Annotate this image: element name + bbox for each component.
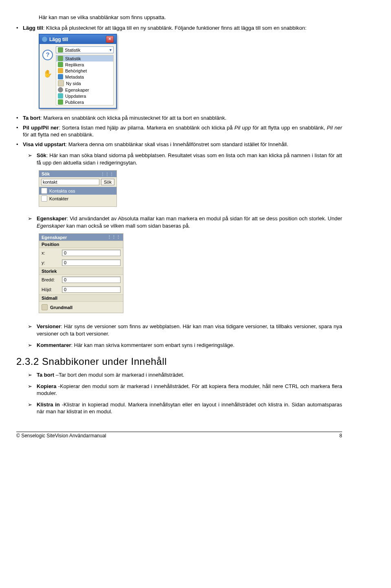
height-label: Höjd: — [42, 287, 59, 292]
list-item[interactable]: Replikera — [56, 61, 113, 68]
width-label: Bredd: — [42, 277, 59, 282]
page-footer: © Senselogic SiteVision Användarmanual 8 — [16, 432, 342, 439]
egen-label: Egenskaper — [37, 215, 67, 222]
stat-icon — [58, 56, 63, 61]
list-item[interactable]: Egenskaper — [56, 87, 113, 93]
y-field[interactable]: 0 — [62, 259, 121, 266]
pil-label: Pil upp/Pil ner — [23, 125, 59, 131]
x-field[interactable]: 0 — [62, 250, 121, 256]
refresh-icon — [58, 93, 63, 99]
visa-text: : Markera denna om snabblänkar skall vis… — [66, 141, 288, 147]
type-select[interactable]: Statistik ▼ — [56, 46, 114, 53]
height-field[interactable]: 0 — [62, 286, 121, 293]
properties-panel: Egenskaper ⋮⋮⋮ Position x: 0 y: 0 Storle… — [39, 233, 123, 313]
help-icon: ? — [42, 50, 53, 60]
permission-icon — [58, 68, 63, 73]
page-icon — [41, 195, 47, 202]
drag-handle-icon[interactable]: ⋮⋮⋮ — [107, 235, 121, 240]
list-item[interactable]: Behörighet — [56, 68, 113, 74]
hand-icon: ✋ — [43, 69, 52, 78]
visa-item: Visa vid uppstart: Markera denna om snab… — [16, 141, 342, 148]
add-dialog: Lägg till × ? ✋ Statistik ▼ Statistik — [39, 34, 117, 109]
app-icon — [42, 37, 47, 42]
stat-icon — [58, 47, 63, 53]
pil-item: Pil upp/Pil ner: Sortera listan med hjäl… — [16, 124, 342, 138]
list-item[interactable]: Uppdatera — [56, 93, 113, 99]
lagg-till-label: Lägg till — [23, 25, 43, 31]
page-icon — [41, 188, 47, 194]
visa-label: Visa vid uppstart — [23, 141, 66, 147]
lagg-till-text: : Klicka på plustecknet för att lägga ti… — [43, 25, 307, 31]
tabort-item: Ta bort: Markera en snabblänk och klicka… — [16, 114, 342, 122]
select-value: Statistik — [65, 48, 81, 53]
section-heading: 2.3.2 Snabbikoner under Innehåll — [16, 356, 342, 367]
snabb-tabort: Ta bort –Tar bort den modul som är marke… — [28, 371, 342, 379]
search-button[interactable]: Sök — [101, 179, 114, 185]
properties-icon — [58, 87, 63, 92]
drag-handle-icon[interactable]: ⋮⋮⋮ — [101, 172, 114, 176]
page-number: 8 — [339, 433, 342, 439]
metadata-icon — [58, 74, 63, 79]
tabort-label: Ta bort — [23, 115, 40, 121]
options-list: Statistik Replikera Behörighet Metadata … — [56, 55, 114, 105]
intro-text: Här kan man se vilka snabblänkar som fin… — [39, 14, 342, 21]
replicate-icon — [58, 62, 63, 67]
x-label: x: — [42, 250, 59, 255]
snabb-klistra: Klistra in -Klistrar in kopierad modul. … — [28, 401, 342, 415]
properties-panel-title: Egenskaper ⋮⋮⋮ — [39, 234, 123, 241]
snabb-kopiera: Kopiera -Kopierar den modul som är marke… — [28, 383, 342, 397]
search-panel: Sök ⋮⋮⋮ kontakt Sök Kontakta oss Kontakt… — [39, 170, 117, 207]
newpage-icon — [58, 80, 64, 86]
list-item[interactable]: Publicera — [56, 99, 113, 105]
search-panel-title: Sök ⋮⋮⋮ — [39, 171, 116, 177]
sok-label: Sök — [37, 152, 46, 158]
search-input[interactable]: kontakt — [41, 179, 99, 185]
list-item[interactable]: Statistik — [56, 55, 113, 61]
position-section: Position — [39, 241, 123, 248]
versioner-label: Versioner — [37, 323, 61, 329]
y-label: y: — [42, 260, 59, 265]
template-icon — [42, 304, 48, 310]
sok-text: : Här kan man söka bland sidorna på webb… — [37, 152, 342, 166]
tabort-text: : Markera en snabblänk och klicka på min… — [40, 115, 226, 121]
template-section: Sidmall — [39, 294, 123, 302]
sok-section: Sök: Här kan man söka bland sidorna på w… — [28, 152, 342, 166]
footer-left: © Senselogic SiteVision Användarmanual — [16, 433, 106, 439]
versioner-section: Versioner: Här syns de versioner som fin… — [28, 323, 342, 337]
close-icon[interactable]: × — [106, 36, 114, 43]
lagg-till-item: Lägg till: Klicka på plustecknet för att… — [16, 24, 342, 32]
template-name: Grundmall — [50, 305, 72, 310]
list-item[interactable]: Ny sida — [56, 80, 113, 87]
search-result-item[interactable]: Kontakter — [39, 195, 116, 202]
dialog-titlebar: Lägg till × — [40, 35, 116, 44]
kommentarer-section: Kommentarer: Här kan man skriva kommenta… — [28, 342, 342, 349]
list-item[interactable]: Metadata — [56, 74, 113, 80]
size-section: Storlek — [39, 268, 123, 275]
publish-icon — [58, 99, 63, 105]
chevron-down-icon: ▼ — [109, 48, 112, 52]
egenskaper-section: Egenskaper: Vid användandet av Absoluta … — [28, 215, 342, 229]
dialog-title: Lägg till — [49, 37, 68, 42]
kommentarer-label: Kommentarer — [37, 342, 71, 348]
width-field[interactable]: 0 — [62, 276, 121, 283]
search-result-item[interactable]: Kontakta oss — [39, 187, 116, 195]
